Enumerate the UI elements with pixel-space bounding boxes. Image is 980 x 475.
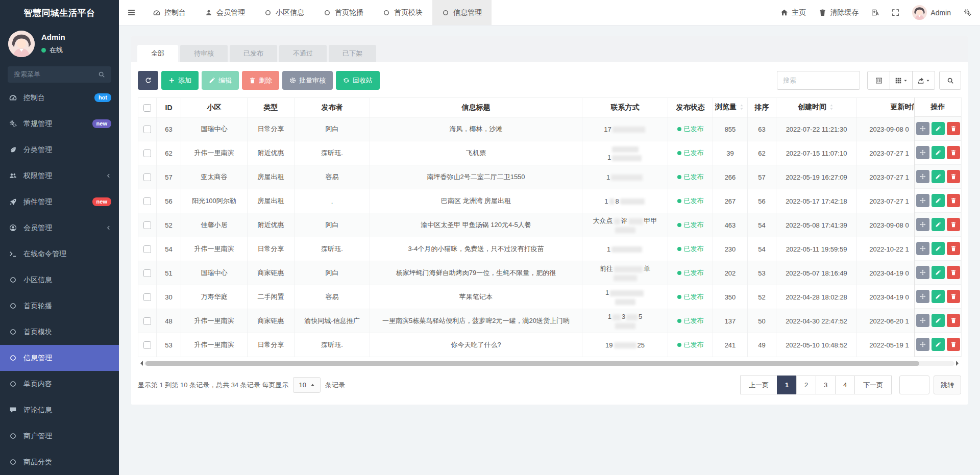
move-button[interactable]: [916, 338, 929, 351]
nav-tab-2[interactable]: 会员管理: [195, 0, 255, 25]
delete-button[interactable]: 删除: [242, 71, 279, 90]
row-checkbox[interactable]: [143, 317, 151, 325]
move-button[interactable]: [916, 194, 929, 207]
edit-row-button[interactable]: [932, 146, 945, 159]
delete-row-button[interactable]: [947, 218, 960, 231]
fullscreen-button[interactable]: [892, 9, 899, 16]
row-checkbox[interactable]: [143, 269, 151, 277]
settings-gears-icon[interactable]: [964, 9, 971, 16]
sort-icon[interactable]: [738, 104, 745, 112]
delete-row-button[interactable]: [947, 146, 960, 159]
delete-row-button[interactable]: [947, 170, 960, 183]
edit-button[interactable]: 编辑: [202, 71, 239, 90]
search-icon[interactable]: [98, 71, 105, 78]
jump-button[interactable]: 跳转: [934, 376, 961, 394]
edit-row-button[interactable]: [932, 170, 945, 183]
column-header-9[interactable]: 排序: [748, 98, 776, 117]
sidebar-item-14[interactable]: 商户管理: [0, 423, 119, 449]
status-tab-4[interactable]: 不通过: [279, 45, 327, 62]
home-link[interactable]: 主页: [780, 8, 806, 17]
scroll-left-arrow-icon[interactable]: [138, 361, 143, 366]
sidebar-item-15[interactable]: 商品分类: [0, 449, 119, 475]
edit-row-button[interactable]: [932, 266, 945, 279]
edit-row-button[interactable]: [932, 242, 945, 255]
edit-row-button[interactable]: [932, 122, 945, 135]
nav-tab-3[interactable]: 小区信息: [255, 0, 314, 25]
status-tab-1[interactable]: 全部: [137, 45, 178, 62]
recycle-bin-button[interactable]: 回收站: [336, 71, 380, 90]
jump-page-input[interactable]: [899, 376, 929, 394]
search-button[interactable]: [939, 71, 961, 90]
sidebar-item-7[interactable]: 在线命令管理: [0, 241, 119, 267]
scrollbar-track[interactable]: [144, 361, 954, 366]
nav-tab-6[interactable]: 信息管理: [432, 0, 492, 25]
row-checkbox[interactable]: [143, 245, 151, 253]
move-button[interactable]: [916, 122, 929, 135]
sidebar-search-input[interactable]: [14, 70, 94, 78]
row-checkbox[interactable]: [143, 149, 151, 157]
refresh-button[interactable]: [138, 71, 158, 90]
column-header-4[interactable]: 发布者: [295, 98, 370, 117]
delete-row-button[interactable]: [947, 242, 960, 255]
delete-row-button[interactable]: [947, 314, 960, 327]
scrollbar-thumb[interactable]: [145, 361, 919, 366]
page-button-1[interactable]: 1: [777, 376, 797, 394]
select-all-checkbox[interactable]: [143, 104, 151, 112]
user-avatar[interactable]: [8, 31, 35, 57]
sidebar-item-12[interactable]: 单页内容: [0, 371, 119, 397]
batch-audit-button[interactable]: 批量审核: [282, 71, 333, 90]
delete-row-button[interactable]: [947, 122, 960, 135]
sidebar-item-8[interactable]: 小区信息: [0, 267, 119, 293]
page-size-dropdown[interactable]: 10: [293, 377, 320, 393]
menu-toggle-button[interactable]: [119, 0, 143, 25]
sidebar-item-5[interactable]: 插件管理new: [0, 189, 119, 215]
move-button[interactable]: [916, 170, 929, 183]
column-header-3[interactable]: 类型: [248, 98, 295, 117]
row-checkbox[interactable]: [143, 293, 151, 301]
move-button[interactable]: [916, 242, 929, 255]
sidebar-item-9[interactable]: 首页轮播: [0, 293, 119, 319]
move-button[interactable]: [916, 314, 929, 327]
translate-button[interactable]: [871, 9, 879, 16]
clear-cache-button[interactable]: 清除缓存: [819, 8, 859, 17]
nav-tab-1[interactable]: 控制台: [143, 0, 195, 25]
status-tab-5[interactable]: 已下架: [329, 45, 376, 62]
page-button-2[interactable]: 2: [796, 376, 816, 394]
delete-row-button[interactable]: [947, 338, 960, 351]
sidebar-item-10[interactable]: 首页模块: [0, 319, 119, 345]
status-tab-2[interactable]: 待审核: [180, 45, 228, 62]
column-header-6[interactable]: 联系方式: [582, 98, 668, 117]
column-header-7[interactable]: 发布状态: [668, 98, 713, 117]
horizontal-scrollbar[interactable]: [138, 360, 961, 366]
row-checkbox[interactable]: [143, 173, 151, 181]
move-button[interactable]: [916, 290, 929, 303]
row-checkbox[interactable]: [143, 221, 151, 229]
nav-tab-4[interactable]: 首页轮播: [314, 0, 373, 25]
edit-row-button[interactable]: [932, 194, 945, 207]
next-page-button[interactable]: 下一页: [854, 376, 892, 394]
sidebar-item-3[interactable]: 分类管理: [0, 137, 119, 163]
edit-row-button[interactable]: [932, 338, 945, 351]
column-header-8[interactable]: 浏览量: [713, 98, 748, 117]
nav-tab-5[interactable]: 首页模块: [373, 0, 432, 25]
columns-button[interactable]: [890, 71, 913, 90]
column-header-1[interactable]: ID: [157, 98, 181, 117]
move-button[interactable]: [916, 146, 929, 159]
export-button[interactable]: [912, 71, 935, 90]
row-checkbox[interactable]: [143, 126, 151, 133]
column-header-5[interactable]: 信息标题: [370, 98, 582, 117]
sidebar-item-6[interactable]: 会员管理: [0, 215, 119, 241]
table-search-input[interactable]: [777, 71, 860, 90]
prev-page-button[interactable]: 上一页: [740, 376, 777, 394]
page-button-4[interactable]: 4: [835, 376, 855, 394]
scroll-right-arrow-icon[interactable]: [956, 361, 961, 366]
column-header-2[interactable]: 小区: [181, 98, 248, 117]
move-button[interactable]: [916, 218, 929, 231]
navbar-user[interactable]: Admin: [912, 5, 951, 20]
column-header-10[interactable]: 创建时间: [776, 98, 857, 117]
status-tab-3[interactable]: 已发布: [230, 45, 277, 62]
row-checkbox[interactable]: [143, 197, 151, 205]
delete-row-button[interactable]: [947, 290, 960, 303]
edit-row-button[interactable]: [932, 218, 945, 231]
detail-view-button[interactable]: [867, 71, 890, 90]
